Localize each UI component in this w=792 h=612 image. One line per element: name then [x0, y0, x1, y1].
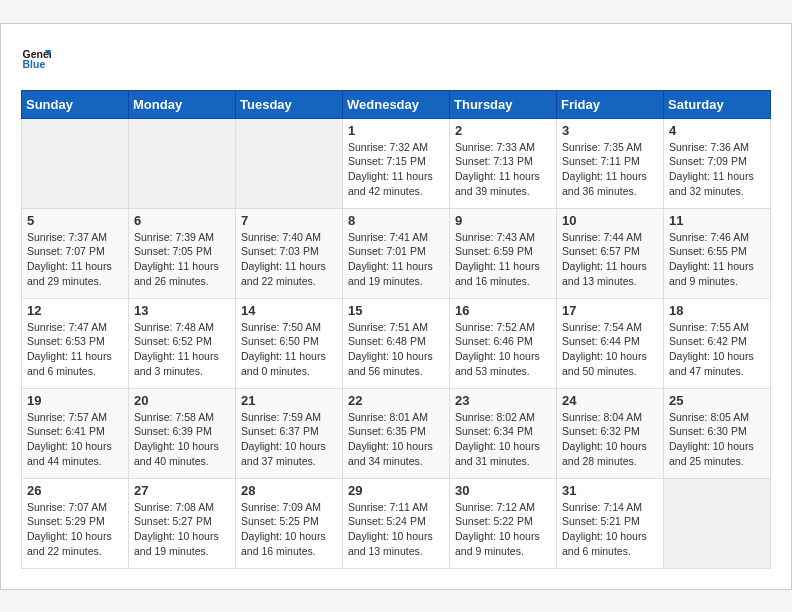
- day-info: Sunrise: 7:48 AM Sunset: 6:52 PM Dayligh…: [134, 320, 230, 379]
- header: General Blue: [21, 44, 771, 74]
- day-number: 6: [134, 213, 230, 228]
- day-info: Sunrise: 7:52 AM Sunset: 6:46 PM Dayligh…: [455, 320, 551, 379]
- day-info: Sunrise: 7:07 AM Sunset: 5:29 PM Dayligh…: [27, 500, 123, 559]
- day-info: Sunrise: 7:40 AM Sunset: 7:03 PM Dayligh…: [241, 230, 337, 289]
- day-cell: [664, 478, 771, 568]
- day-number: 13: [134, 303, 230, 318]
- day-cell: 17Sunrise: 7:54 AM Sunset: 6:44 PM Dayli…: [557, 298, 664, 388]
- day-info: Sunrise: 7:39 AM Sunset: 7:05 PM Dayligh…: [134, 230, 230, 289]
- day-number: 31: [562, 483, 658, 498]
- day-number: 15: [348, 303, 444, 318]
- day-cell: 3Sunrise: 7:35 AM Sunset: 7:11 PM Daylig…: [557, 118, 664, 208]
- day-cell: 24Sunrise: 8:04 AM Sunset: 6:32 PM Dayli…: [557, 388, 664, 478]
- day-cell: 6Sunrise: 7:39 AM Sunset: 7:05 PM Daylig…: [129, 208, 236, 298]
- day-number: 1: [348, 123, 444, 138]
- day-cell: 8Sunrise: 7:41 AM Sunset: 7:01 PM Daylig…: [343, 208, 450, 298]
- day-cell: 2Sunrise: 7:33 AM Sunset: 7:13 PM Daylig…: [450, 118, 557, 208]
- week-row-1: 1Sunrise: 7:32 AM Sunset: 7:15 PM Daylig…: [22, 118, 771, 208]
- day-number: 11: [669, 213, 765, 228]
- day-cell: 19Sunrise: 7:57 AM Sunset: 6:41 PM Dayli…: [22, 388, 129, 478]
- day-cell: 25Sunrise: 8:05 AM Sunset: 6:30 PM Dayli…: [664, 388, 771, 478]
- day-info: Sunrise: 7:37 AM Sunset: 7:07 PM Dayligh…: [27, 230, 123, 289]
- day-info: Sunrise: 7:43 AM Sunset: 6:59 PM Dayligh…: [455, 230, 551, 289]
- day-info: Sunrise: 7:47 AM Sunset: 6:53 PM Dayligh…: [27, 320, 123, 379]
- weekday-header-friday: Friday: [557, 90, 664, 118]
- day-cell: 15Sunrise: 7:51 AM Sunset: 6:48 PM Dayli…: [343, 298, 450, 388]
- day-info: Sunrise: 7:46 AM Sunset: 6:55 PM Dayligh…: [669, 230, 765, 289]
- day-info: Sunrise: 7:44 AM Sunset: 6:57 PM Dayligh…: [562, 230, 658, 289]
- day-number: 29: [348, 483, 444, 498]
- day-cell: 9Sunrise: 7:43 AM Sunset: 6:59 PM Daylig…: [450, 208, 557, 298]
- day-number: 5: [27, 213, 123, 228]
- logo-icon: General Blue: [21, 44, 51, 74]
- day-number: 12: [27, 303, 123, 318]
- day-info: Sunrise: 8:05 AM Sunset: 6:30 PM Dayligh…: [669, 410, 765, 469]
- weekday-header-thursday: Thursday: [450, 90, 557, 118]
- day-number: 4: [669, 123, 765, 138]
- day-cell: [236, 118, 343, 208]
- day-number: 2: [455, 123, 551, 138]
- day-info: Sunrise: 7:36 AM Sunset: 7:09 PM Dayligh…: [669, 140, 765, 199]
- day-cell: 11Sunrise: 7:46 AM Sunset: 6:55 PM Dayli…: [664, 208, 771, 298]
- day-cell: 22Sunrise: 8:01 AM Sunset: 6:35 PM Dayli…: [343, 388, 450, 478]
- day-cell: 4Sunrise: 7:36 AM Sunset: 7:09 PM Daylig…: [664, 118, 771, 208]
- day-cell: 28Sunrise: 7:09 AM Sunset: 5:25 PM Dayli…: [236, 478, 343, 568]
- day-cell: 31Sunrise: 7:14 AM Sunset: 5:21 PM Dayli…: [557, 478, 664, 568]
- day-info: Sunrise: 7:50 AM Sunset: 6:50 PM Dayligh…: [241, 320, 337, 379]
- day-number: 21: [241, 393, 337, 408]
- week-row-2: 5Sunrise: 7:37 AM Sunset: 7:07 PM Daylig…: [22, 208, 771, 298]
- day-number: 24: [562, 393, 658, 408]
- day-number: 18: [669, 303, 765, 318]
- day-info: Sunrise: 7:35 AM Sunset: 7:11 PM Dayligh…: [562, 140, 658, 199]
- day-info: Sunrise: 8:02 AM Sunset: 6:34 PM Dayligh…: [455, 410, 551, 469]
- week-row-4: 19Sunrise: 7:57 AM Sunset: 6:41 PM Dayli…: [22, 388, 771, 478]
- day-info: Sunrise: 7:09 AM Sunset: 5:25 PM Dayligh…: [241, 500, 337, 559]
- day-number: 16: [455, 303, 551, 318]
- weekday-header-wednesday: Wednesday: [343, 90, 450, 118]
- day-info: Sunrise: 8:04 AM Sunset: 6:32 PM Dayligh…: [562, 410, 658, 469]
- day-info: Sunrise: 7:33 AM Sunset: 7:13 PM Dayligh…: [455, 140, 551, 199]
- day-cell: 18Sunrise: 7:55 AM Sunset: 6:42 PM Dayli…: [664, 298, 771, 388]
- day-cell: 14Sunrise: 7:50 AM Sunset: 6:50 PM Dayli…: [236, 298, 343, 388]
- day-info: Sunrise: 7:32 AM Sunset: 7:15 PM Dayligh…: [348, 140, 444, 199]
- day-info: Sunrise: 7:55 AM Sunset: 6:42 PM Dayligh…: [669, 320, 765, 379]
- day-info: Sunrise: 7:54 AM Sunset: 6:44 PM Dayligh…: [562, 320, 658, 379]
- day-info: Sunrise: 7:59 AM Sunset: 6:37 PM Dayligh…: [241, 410, 337, 469]
- weekday-header-monday: Monday: [129, 90, 236, 118]
- day-number: 27: [134, 483, 230, 498]
- weekday-header-tuesday: Tuesday: [236, 90, 343, 118]
- day-number: 25: [669, 393, 765, 408]
- day-number: 10: [562, 213, 658, 228]
- day-cell: [22, 118, 129, 208]
- day-cell: [129, 118, 236, 208]
- day-number: 8: [348, 213, 444, 228]
- day-info: Sunrise: 7:08 AM Sunset: 5:27 PM Dayligh…: [134, 500, 230, 559]
- day-info: Sunrise: 7:51 AM Sunset: 6:48 PM Dayligh…: [348, 320, 444, 379]
- day-cell: 5Sunrise: 7:37 AM Sunset: 7:07 PM Daylig…: [22, 208, 129, 298]
- day-info: Sunrise: 7:14 AM Sunset: 5:21 PM Dayligh…: [562, 500, 658, 559]
- day-info: Sunrise: 7:41 AM Sunset: 7:01 PM Dayligh…: [348, 230, 444, 289]
- day-number: 9: [455, 213, 551, 228]
- day-number: 17: [562, 303, 658, 318]
- day-cell: 7Sunrise: 7:40 AM Sunset: 7:03 PM Daylig…: [236, 208, 343, 298]
- day-cell: 10Sunrise: 7:44 AM Sunset: 6:57 PM Dayli…: [557, 208, 664, 298]
- day-number: 30: [455, 483, 551, 498]
- day-cell: 26Sunrise: 7:07 AM Sunset: 5:29 PM Dayli…: [22, 478, 129, 568]
- day-number: 28: [241, 483, 337, 498]
- week-row-3: 12Sunrise: 7:47 AM Sunset: 6:53 PM Dayli…: [22, 298, 771, 388]
- day-number: 23: [455, 393, 551, 408]
- day-number: 19: [27, 393, 123, 408]
- logo: General Blue: [21, 44, 51, 74]
- day-number: 14: [241, 303, 337, 318]
- day-info: Sunrise: 7:11 AM Sunset: 5:24 PM Dayligh…: [348, 500, 444, 559]
- day-cell: 30Sunrise: 7:12 AM Sunset: 5:22 PM Dayli…: [450, 478, 557, 568]
- day-info: Sunrise: 7:12 AM Sunset: 5:22 PM Dayligh…: [455, 500, 551, 559]
- weekday-header-saturday: Saturday: [664, 90, 771, 118]
- day-cell: 29Sunrise: 7:11 AM Sunset: 5:24 PM Dayli…: [343, 478, 450, 568]
- calendar-table: SundayMondayTuesdayWednesdayThursdayFrid…: [21, 90, 771, 569]
- svg-text:Blue: Blue: [23, 58, 46, 70]
- day-cell: 12Sunrise: 7:47 AM Sunset: 6:53 PM Dayli…: [22, 298, 129, 388]
- week-row-5: 26Sunrise: 7:07 AM Sunset: 5:29 PM Dayli…: [22, 478, 771, 568]
- day-cell: 23Sunrise: 8:02 AM Sunset: 6:34 PM Dayli…: [450, 388, 557, 478]
- day-number: 20: [134, 393, 230, 408]
